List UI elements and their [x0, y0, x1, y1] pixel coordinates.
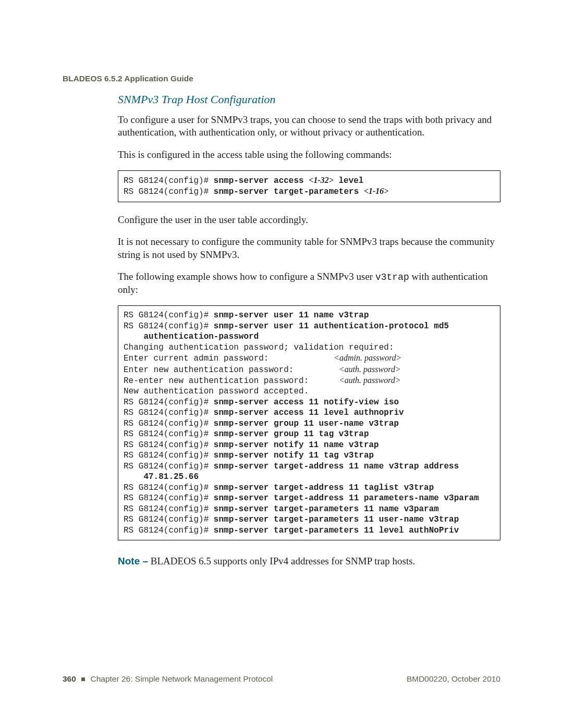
code-line: RS G8124(config)# snmp-server target-par…	[124, 526, 459, 535]
note: Note – BLADEOS 6.5 supports only IPv4 ad…	[118, 555, 500, 567]
code-line: RS G8124(config)# snmp-server target-add…	[124, 493, 479, 503]
code-line: RS G8124(config)# snmp-server group 11 u…	[124, 419, 399, 428]
code-line: RS G8124(config)# snmp-server target-par…	[124, 504, 439, 514]
square-bullet-icon	[81, 677, 85, 681]
code-line: Enter current admin password: <admin. pa…	[124, 354, 402, 363]
page: BLADEOS 6.5.2 Application Guide SNMPv3 T…	[0, 0, 563, 728]
paragraph: This is configured in the access table u…	[118, 149, 500, 161]
code-line: authentication-password	[124, 332, 259, 341]
code-line: RS G8124(config)# snmp-server access 11 …	[124, 408, 404, 417]
code-line: Re-enter new authentication password: <a…	[124, 376, 401, 386]
doc-id-date: BMD00220, October 2010	[407, 674, 500, 684]
code-line: RS G8124(config)# snmp-server target-par…	[124, 515, 459, 524]
code-line: RS G8124(config)# snmp-server group 11 t…	[124, 429, 369, 439]
code-line: RS G8124(config)# snmp-server access 11 …	[124, 398, 399, 407]
code-line: RS G8124(config)# snmp-server user 11 na…	[124, 311, 369, 320]
note-text: BLADEOS 6.5 supports only IPv4 addresses…	[148, 556, 415, 566]
page-footer: 360 Chapter 26: Simple Network Managemen…	[63, 674, 500, 684]
paragraph: The following example shows how to confi…	[118, 270, 500, 296]
code-line: RS G8124(config)# snmp-server notify 11 …	[124, 440, 379, 450]
paragraph: It is not necessary to configure the com…	[118, 236, 500, 261]
code-line: RS G8124(config)# snmp-server target-add…	[124, 483, 434, 492]
code-line: RS G8124(config)# snmp-server user 11 au…	[124, 322, 449, 331]
paragraph: Configure the user in the user table acc…	[118, 214, 500, 226]
code-block-2: RS G8124(config)# snmp-server user 11 na…	[118, 305, 500, 540]
code-line: Changing authentication password; valida…	[124, 343, 394, 352]
code-line: Enter new authentication password: <auth…	[124, 365, 401, 375]
inline-code: v3trap	[375, 272, 409, 282]
body-column: To configure a user for SNMPv3 traps, yo…	[63, 114, 500, 567]
paragraph: To configure a user for SNMPv3 traps, yo…	[118, 114, 500, 139]
code-line: RS G8124(config)# snmp-server access <1-…	[124, 176, 363, 186]
code-line: RS G8124(config)# snmp-server target-add…	[124, 462, 459, 471]
chapter-label: Chapter 26: Simple Network Management Pr…	[91, 674, 273, 683]
code-line: 47.81.25.66	[124, 472, 199, 482]
page-number: 360	[63, 674, 76, 683]
running-header: BLADEOS 6.5.2 Application Guide	[63, 74, 193, 83]
section-title: SNMPv3 Trap Host Configuration	[63, 93, 500, 106]
content-area: SNMPv3 Trap Host Configuration To config…	[63, 74, 500, 567]
code-line: RS G8124(config)# snmp-server notify 11 …	[124, 451, 374, 460]
code-block-1: RS G8124(config)# snmp-server access <1-…	[118, 170, 500, 202]
code-line: RS G8124(config)# snmp-server target-par…	[124, 187, 388, 196]
note-label: Note –	[118, 556, 148, 566]
code-line: New authentication password accepted.	[124, 387, 309, 396]
